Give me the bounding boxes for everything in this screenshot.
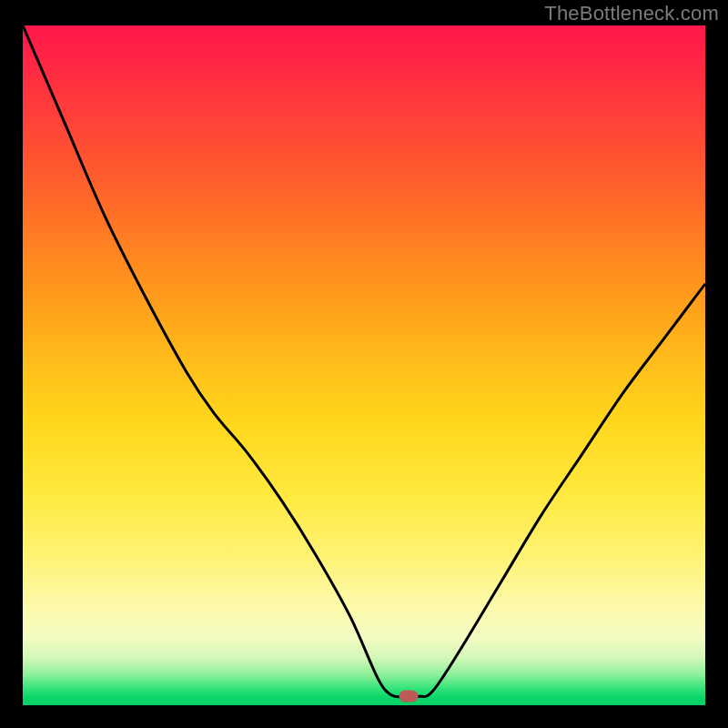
chart-frame: TheBottleneck.com <box>0 0 728 728</box>
optimal-marker <box>399 691 418 703</box>
curve-svg <box>23 25 705 705</box>
bottleneck-curve-path <box>23 25 705 697</box>
watermark-text: TheBottleneck.com <box>544 2 719 25</box>
plot-area <box>23 25 705 705</box>
